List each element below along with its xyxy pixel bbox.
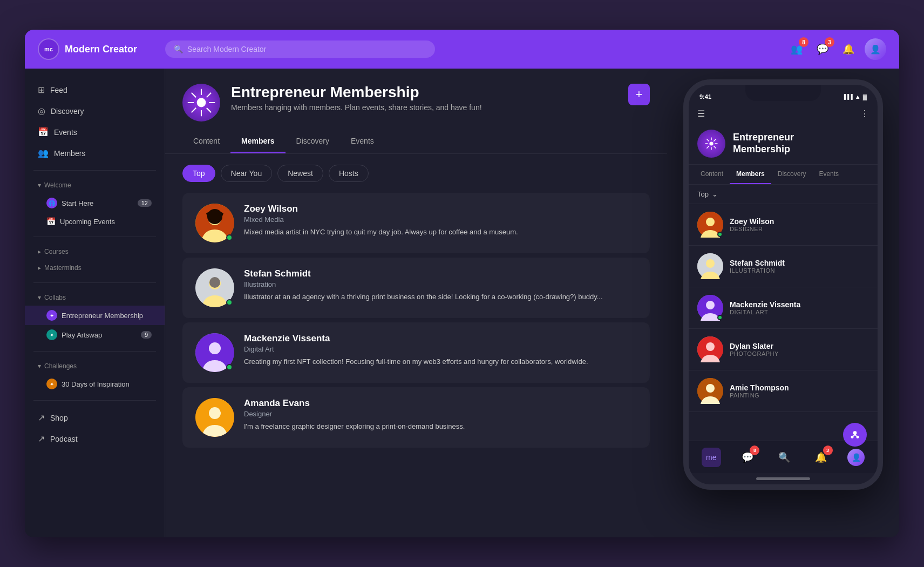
mackenzie-avatar-wrap xyxy=(195,333,234,372)
masterminds-section[interactable]: ▸ Masterminds xyxy=(25,260,165,276)
tab-members[interactable]: Members xyxy=(230,130,285,153)
chat-nav-btn[interactable]: 💬 3 xyxy=(813,39,832,59)
challenges-section[interactable]: ▾ Challenges xyxy=(25,358,165,374)
phone-tab-content[interactable]: Content xyxy=(694,165,730,184)
amanda-avatar xyxy=(195,398,234,437)
people-badge: 8 xyxy=(799,37,808,47)
amanda-bio: I'm a freelance graphic designer explori… xyxy=(244,421,637,432)
sidebar-item-30days[interactable]: ✦ 30 Days of Inspiration xyxy=(25,374,165,394)
svg-line-6 xyxy=(207,93,211,97)
search-placeholder: Search Modern Creator xyxy=(187,45,266,53)
upcomingevents-icon: 📅 xyxy=(46,217,56,226)
phone-member-stefan[interactable]: Stefan Schmidt ILLUSTRATION xyxy=(689,246,878,287)
mackenzie-info: Mackenzie Vissenta Digital Art Creating … xyxy=(244,333,637,367)
phone-dylan-role: PHOTOGRAPHY xyxy=(730,350,779,357)
phone-signal-icon: ▐▐▐ xyxy=(843,94,853,99)
search-bar[interactable]: 🔍 Search Modern Creator xyxy=(165,40,435,58)
phone-menu-icon[interactable]: ☰ xyxy=(697,109,705,119)
phone-chat-bottom-icon[interactable]: 💬 8 xyxy=(738,448,757,467)
sidebar-item-starthere[interactable]: 🌐 Start Here 12 xyxy=(25,193,165,213)
svg-point-37 xyxy=(706,384,715,393)
tab-events[interactable]: Events xyxy=(340,130,385,153)
phone-time: 9:41 xyxy=(699,93,711,100)
zoey-avatar-wrap xyxy=(195,204,234,242)
user-avatar-nav[interactable]: 👤 xyxy=(865,38,886,60)
svg-point-38 xyxy=(853,431,857,435)
phone-home-icon[interactable]: me xyxy=(702,448,721,467)
filter-top[interactable]: Top xyxy=(182,165,215,182)
feed-label: Feed xyxy=(50,86,67,94)
phone-tab-discovery[interactable]: Discovery xyxy=(771,165,813,184)
phone-filter-chevron[interactable]: ⌄ xyxy=(712,190,718,198)
masterminds-arrow: ▸ xyxy=(38,264,41,272)
sidebar-item-entrepreneur[interactable]: ✦ Entrepreneur Membership xyxy=(25,306,165,325)
phone-wifi-icon: ▲ xyxy=(855,93,861,100)
member-card-stefan[interactable]: Stefan Schmidt Illustration Illustrator … xyxy=(182,258,650,318)
sidebar-item-events[interactable]: 📅 Events xyxy=(25,122,165,143)
community-logo xyxy=(182,84,220,122)
member-card-zoey[interactable]: Zoey Wilson Mixed Media Mixed media arti… xyxy=(182,193,650,253)
phone-member-mackenzie[interactable]: Mackenzie Vissenta DIGITAL ART xyxy=(689,287,878,329)
amanda-role: Designer xyxy=(244,410,637,418)
phone-avatar-bottom[interactable]: 👤 xyxy=(847,449,865,466)
starthere-badge: 12 xyxy=(138,199,152,207)
sidebar-item-feed[interactable]: ⊞ Feed xyxy=(25,79,165,100)
welcome-section[interactable]: ▾ Welcome xyxy=(25,177,165,193)
filter-newest[interactable]: Newest xyxy=(277,165,323,182)
add-button[interactable]: + xyxy=(628,84,650,105)
sidebar-item-artswap[interactable]: ✦ Play Artswap 9 xyxy=(25,325,165,345)
phone-zoey-avatar xyxy=(697,212,723,238)
svg-point-16 xyxy=(209,342,221,354)
mackenzie-name: Mackenzie Vissenta xyxy=(244,333,637,344)
sidebar-item-discovery[interactable]: ◎ Discovery xyxy=(25,100,165,122)
welcome-label: Welcome xyxy=(44,181,71,189)
filter-hosts[interactable]: Hosts xyxy=(329,165,369,182)
phone-mackenzie-role: DIGITAL ART xyxy=(730,309,800,315)
stefan-bio: Illustrator at an ad agency with a thriv… xyxy=(244,292,637,302)
member-card-mackenzie[interactable]: Mackenzie Vissenta Digital Art Creating … xyxy=(182,322,650,383)
phone-member-zoey[interactable]: Zoey Wilson DESIGNER xyxy=(689,204,878,246)
phone-dylan-name: Dylan Slater xyxy=(730,342,779,350)
courses-section[interactable]: ▸ Courses xyxy=(25,244,165,260)
phone-fab-button[interactable] xyxy=(843,423,867,447)
shop-icon: ↗ xyxy=(38,413,45,423)
member-card-amanda[interactable]: Amanda Evans Designer I'm a freelance gr… xyxy=(182,387,650,448)
people-nav-btn[interactable]: 👥 8 xyxy=(787,39,806,59)
phone-member-dylan[interactable]: Dylan Slater PHOTOGRAPHY xyxy=(689,329,878,370)
sidebar-item-members[interactable]: 👥 Members xyxy=(25,143,165,164)
challenges-arrow: ▾ xyxy=(38,362,41,370)
phone-search-icon: 🔍 xyxy=(778,451,790,463)
filter-near-you[interactable]: Near You xyxy=(221,165,273,182)
svg-point-29 xyxy=(706,218,715,226)
community-tabs: Content Members Discovery Events xyxy=(182,130,650,153)
stefan-online-indicator xyxy=(226,299,233,306)
notification-nav-btn[interactable]: 🔔 xyxy=(839,39,858,59)
divider-5 xyxy=(33,400,156,401)
tab-discovery[interactable]: Discovery xyxy=(286,130,340,153)
community-title-row: Entrepreneur Membership Members hanging … xyxy=(182,84,650,122)
zoey-role: Mixed Media xyxy=(244,215,637,224)
sidebar-item-podcast[interactable]: ↗ Podcast xyxy=(25,428,165,449)
collabs-section[interactable]: ▾ Collabs xyxy=(25,289,165,306)
tab-content[interactable]: Content xyxy=(182,130,230,153)
community-name: Entrepreneur Membership xyxy=(231,84,617,101)
phone-search-bottom-icon[interactable]: 🔍 xyxy=(774,448,794,467)
discovery-icon: ◎ xyxy=(38,106,45,116)
sidebar-item-shop[interactable]: ↗ Shop xyxy=(25,407,165,428)
app-name: Modern Creator xyxy=(65,44,137,55)
amanda-avatar-wrap xyxy=(195,398,234,437)
sidebar-item-upcomingevents[interactable]: 📅 Upcoming Events xyxy=(25,213,165,230)
svg-line-23 xyxy=(706,139,709,141)
svg-line-26 xyxy=(706,146,709,148)
starthere-icon: 🌐 xyxy=(46,198,57,208)
stefan-avatar-wrap xyxy=(195,268,234,307)
phone-more-icon[interactable]: ⋮ xyxy=(860,109,869,119)
phone-community-logo xyxy=(697,130,725,158)
phone-bell-bottom-icon[interactable]: 🔔 3 xyxy=(811,448,831,467)
phone-mockup: 9:41 ▐▐▐ ▲ ▓ ☰ ⋮ xyxy=(683,79,883,526)
phone-member-list: Zoey Wilson DESIGNER Stefan Schmidt xyxy=(689,204,878,441)
phone-tab-members[interactable]: Members xyxy=(730,165,771,184)
phone-zoey-name: Zoey Wilson xyxy=(730,217,774,226)
phone-tab-events[interactable]: Events xyxy=(812,165,845,184)
phone-member-amie[interactable]: Amie Thompson PAINTING xyxy=(689,370,878,412)
